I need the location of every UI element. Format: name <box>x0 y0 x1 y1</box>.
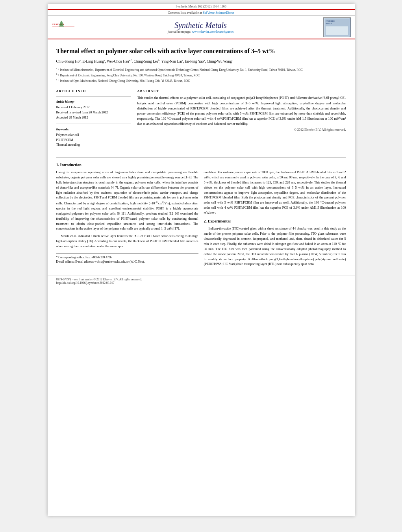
sciverse-bar: Contents lists available at SciVerse Sci… <box>48 10 355 16</box>
intro-para-2: Moulé et al. indicated a thick active la… <box>56 234 198 249</box>
keyword-1: Polymer solar cell <box>56 133 131 138</box>
keyword-3: Thermal annealing <box>56 143 131 148</box>
intro-para-1: Owing to inexpensive operating costs of … <box>56 170 198 232</box>
svg-rect-9 <box>326 26 348 35</box>
affiliation-c: c ᶜ Institute of Opto-Mechatronics, Nati… <box>56 78 346 83</box>
keywords-sep <box>56 124 131 124</box>
footnote-corresponding: * Corresponding author. Fax: +886 6 209 … <box>56 255 198 260</box>
accepted-date: Accepted 28 March 2012 <box>56 115 131 120</box>
abstract-heading: ABSTRACT <box>137 89 346 93</box>
article-title: Thermal effect on polymer solar cells wi… <box>56 47 346 56</box>
affiliation-b: b ᵇ Department of Electronic Engineering… <box>56 72 346 78</box>
homepage-link[interactable]: www.elsevier.com/locate/synmet <box>192 30 234 33</box>
footer-bar: 0379-6779/$ – see front matter © 2012 El… <box>48 276 355 286</box>
body-sep <box>56 158 346 158</box>
svg-rect-0 <box>52 19 75 35</box>
intro-para-3: condition. For instance, under a spin ra… <box>204 170 346 216</box>
journal-thumbnail: SYNTHETIC METALS <box>323 17 351 37</box>
keywords-label: Keywords: <box>56 127 131 132</box>
affiliations-block: a ᵃ Institute of Microelectronics, Depar… <box>56 67 346 83</box>
intro-title: 1. Introduction <box>56 163 346 167</box>
article-content: Thermal effect on polymer solar cells wi… <box>48 39 355 273</box>
separator-line <box>56 86 346 86</box>
body-col-left: Owing to inexpensive operating costs of … <box>56 170 198 269</box>
elsevier-logo-icon: ELSEVIER <box>52 19 75 35</box>
journal-title-block: Synthetic Metals journal homepage: www.e… <box>78 21 323 33</box>
journal-name: Synthetic Metals <box>78 21 323 30</box>
journal-ref-bar: Synthetic Metals 162 (2012) 1164–1168 <box>48 4 355 10</box>
footer-doi: http://dx.doi.org/10.1016/j.synthmet.201… <box>56 281 346 285</box>
bottom-sep <box>56 151 131 151</box>
abstract-column: ABSTRACT This studies the thermal effect… <box>137 89 346 154</box>
journal-ref-text: Synthetic Metals 162 (2012) 1164–1168 <box>176 5 226 8</box>
abstract-text: This studies the thermal effects on a po… <box>137 95 346 126</box>
info-abstract-block: ARTICLE INFO Article history: Received 1… <box>56 89 346 154</box>
received-date: Received 1 February 2012 <box>56 105 131 110</box>
homepage-label: journal homepage: <box>168 30 191 33</box>
experimental-para-1: Indium-tin-oxide (ITO)-coated glass with… <box>204 226 346 267</box>
body-columns: Owing to inexpensive operating costs of … <box>56 170 346 269</box>
article-info-heading: ARTICLE INFO <box>56 89 131 93</box>
authors-line: Chiu-Sheng Hoa, E-Ling Huanga, Wei-Chou … <box>56 59 346 65</box>
body-col-right: condition. For instance, under a spin ra… <box>204 170 346 269</box>
svg-text:SYNTHETIC: SYNTHETIC <box>326 20 335 22</box>
doi-link[interactable]: http://dx.doi.org/10.1016/j.synthmet.201… <box>56 281 115 285</box>
journal-homepage: journal homepage: www.elsevier.com/locat… <box>78 30 323 33</box>
journal-header: ELSEVIER Synthetic Metals journal homepa… <box>48 16 355 39</box>
footnote-email: E-mail address: E-mail address: wchsu@ee… <box>56 260 198 264</box>
copyright-text: © 2012 Elsevier B.V. All rights reserved… <box>137 128 346 132</box>
header-left: ELSEVIER <box>52 19 78 35</box>
sciverse-link[interactable]: SciVerse ScienceDirect <box>203 11 234 15</box>
email-link[interactable]: E-mail address: wchsu@eemhsv.ncku.edu.tw… <box>75 260 144 263</box>
journal-page: Synthetic Metals 162 (2012) 1164–1168 Co… <box>48 4 355 516</box>
affiliation-a: a ᵃ Institute of Microelectronics, Depar… <box>56 67 346 72</box>
experimental-title: 2. Experimental <box>204 218 346 224</box>
article-info-column: ARTICLE INFO Article history: Received 1… <box>56 89 131 154</box>
svg-rect-8 <box>326 25 348 25</box>
info-sep <box>56 96 131 96</box>
thumbnail-image-icon: SYNTHETIC METALS <box>324 18 350 37</box>
footer-issn: 0379-6779/$ – see front matter © 2012 El… <box>56 278 346 281</box>
introduction-section: 1. Introduction <box>56 163 346 167</box>
keyword-2: P3HT:PCBM <box>56 138 131 143</box>
history-label: Article history: <box>56 100 131 104</box>
sciverse-label: Contents lists available at <box>168 11 202 15</box>
svg-text:METALS: METALS <box>326 22 332 24</box>
footnote-area: * Corresponding author. Fax: +886 6 209 … <box>56 253 198 264</box>
keywords-block: Keywords: Polymer solar cell P3HT:PCBM T… <box>56 127 131 148</box>
revised-date: Received in revised form 20 March 2012 <box>56 110 131 115</box>
article-history: Article history: Received 1 February 201… <box>56 100 131 120</box>
